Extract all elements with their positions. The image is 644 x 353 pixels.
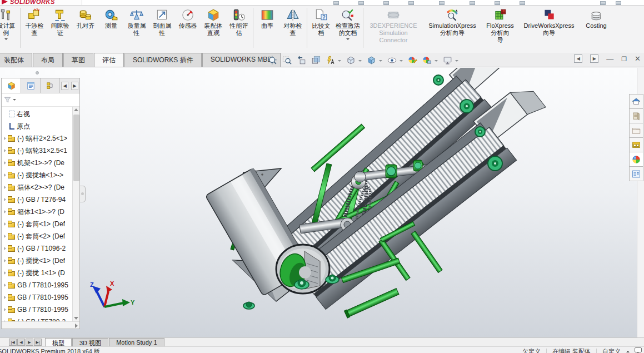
quick-access-icon[interactable] bbox=[520, 1, 525, 5]
panel-collapse-handle[interactable] bbox=[80, 186, 86, 202]
tree-item[interactable]: (-) 搅拢<1> (Def bbox=[2, 255, 79, 267]
tab-propertymanager[interactable] bbox=[21, 78, 41, 93]
tool-clearance-verification[interactable]: 间隙验 证 bbox=[47, 6, 73, 52]
tree-item[interactable]: (-) 搅拢轴<1>-> bbox=[2, 169, 79, 181]
expand-arrow-icon[interactable] bbox=[3, 222, 7, 226]
expand-arrow-icon[interactable] bbox=[3, 197, 7, 202]
dropdown-arrow-icon[interactable] bbox=[338, 60, 341, 63]
tree-item[interactable]: 机架<1>->? (De bbox=[2, 157, 79, 169]
tab-view-palette[interactable] bbox=[629, 137, 643, 152]
tree-item[interactable]: (-) 套筒<1> (Def bbox=[2, 218, 79, 230]
zoom-to-area-button[interactable] bbox=[280, 54, 293, 66]
scroll-tabs-left-icon[interactable]: ◀ bbox=[61, 82, 68, 90]
tool-3dexperience-simulation-connector[interactable]: 3DEXPERIENCE Simulation Connector bbox=[365, 6, 422, 52]
command-tab[interactable]: 评估 bbox=[94, 53, 124, 67]
dropdown-arrow-icon[interactable] bbox=[435, 60, 438, 63]
next-tab-icon[interactable] bbox=[26, 339, 33, 346]
quick-access-icon[interactable] bbox=[383, 1, 389, 5]
tool-interference-detection[interactable]: 干涉检 查 bbox=[22, 6, 47, 52]
quick-access-icon[interactable] bbox=[600, 1, 606, 5]
tool-assembly-visualization[interactable]: 装配体 直观 bbox=[201, 6, 226, 52]
scroll-up-icon[interactable] bbox=[74, 108, 78, 111]
tool-symmetry-check[interactable]: 对称检 查 bbox=[280, 6, 306, 52]
close-icon[interactable]: ✕ bbox=[635, 55, 641, 63]
tab-configurationmanager[interactable] bbox=[41, 78, 60, 93]
document-tab[interactable]: 3D 视图 bbox=[72, 338, 108, 346]
expand-arrow-icon[interactable] bbox=[3, 234, 7, 238]
minimize-icon[interactable]: — bbox=[606, 55, 613, 63]
command-tab[interactable]: SOLIDWORKS 插件 bbox=[124, 53, 202, 67]
next-document-button[interactable]: ▶ bbox=[590, 54, 598, 63]
command-tab[interactable]: 草图 bbox=[63, 53, 93, 67]
scroll-down-icon[interactable] bbox=[74, 317, 78, 320]
tool-floxpress-wizard[interactable]: FloXpress 分析向 导 bbox=[482, 6, 518, 52]
restore-icon[interactable]: ❐ bbox=[621, 55, 627, 63]
edit-appearance-button[interactable] bbox=[406, 54, 419, 66]
tree-item[interactable]: GB / T7810-1995 bbox=[2, 291, 79, 304]
tree-item[interactable]: GB / T7810-1995 bbox=[2, 279, 79, 291]
tool-measure[interactable]: 测量 bbox=[98, 6, 124, 52]
quick-access-icon[interactable] bbox=[333, 1, 339, 5]
tool-compare-documents[interactable]: 比较文 档 bbox=[308, 6, 334, 52]
tool-design-study[interactable]: 设计算 例 bbox=[0, 6, 19, 52]
expand-arrow-icon[interactable] bbox=[3, 307, 7, 312]
expand-arrow-icon[interactable] bbox=[3, 185, 7, 190]
document-tab[interactable]: Motion Study 1 bbox=[109, 338, 164, 346]
annotation-views-button[interactable] bbox=[323, 54, 337, 66]
quick-access-icon[interactable] bbox=[358, 1, 364, 5]
filter-funnel-icon[interactable] bbox=[3, 96, 12, 104]
expand-arrow-icon[interactable] bbox=[3, 161, 7, 165]
pane-splitter-handle[interactable] bbox=[36, 71, 39, 74]
tool-check-active-document[interactable]: 检查激活 的文档 bbox=[334, 6, 362, 52]
scroll-right-icon[interactable] bbox=[75, 324, 78, 328]
tool-driveworksxpress-wizard[interactable]: DriveWorksXpress 向导 bbox=[518, 6, 580, 52]
previous-document-button[interactable]: ◀ bbox=[574, 54, 582, 63]
tool-section-properties[interactable]: 剖面属 性 bbox=[149, 6, 175, 52]
tab-solidworks-resources[interactable] bbox=[629, 94, 643, 109]
tool-hole-alignment[interactable]: 孔对齐 bbox=[73, 6, 98, 52]
tab-featuremanager-design-tree[interactable] bbox=[2, 78, 21, 93]
dropdown-arrow-icon[interactable] bbox=[358, 60, 362, 63]
view-orientation-button[interactable] bbox=[344, 54, 357, 66]
tree-item[interactable]: 原点 bbox=[2, 120, 79, 132]
document-tab[interactable]: 模型 bbox=[45, 338, 72, 346]
expand-arrow-icon[interactable] bbox=[3, 173, 7, 177]
tree-item[interactable]: (-) 套筒<2> (Def bbox=[2, 230, 79, 242]
apply-scene-button[interactable] bbox=[420, 54, 433, 66]
expand-arrow-icon[interactable] bbox=[3, 258, 7, 263]
tool-simulationxpress-wizard[interactable]: SimulationXpress 分析向导 bbox=[422, 6, 482, 52]
tool-mass-properties[interactable]: 质量属 性 bbox=[124, 6, 149, 52]
tool-curvature[interactable]: 曲率 bbox=[254, 6, 280, 52]
view-settings-button[interactable] bbox=[441, 54, 454, 66]
display-style-button[interactable] bbox=[365, 54, 378, 66]
expand-arrow-icon[interactable] bbox=[3, 112, 7, 116]
tab-custom-properties[interactable] bbox=[629, 166, 643, 181]
quick-access-icon[interactable] bbox=[408, 1, 414, 5]
dropdown-arrow-icon[interactable] bbox=[346, 38, 350, 42]
tab-design-library[interactable] bbox=[629, 108, 643, 123]
dropdown-arrow-icon[interactable] bbox=[379, 60, 382, 63]
tree-item[interactable]: (-) 蜗轮31×2.5<1 bbox=[2, 145, 79, 157]
tool-performance-evaluation[interactable]: 性能评 估 bbox=[226, 6, 252, 52]
command-tab[interactable]: 布局 bbox=[33, 53, 63, 67]
graphics-area[interactable]: Z X Y ◀ ▶ bbox=[0, 68, 644, 337]
expand-arrow-icon[interactable] bbox=[3, 283, 7, 287]
expand-arrow-icon[interactable] bbox=[3, 124, 7, 128]
expand-arrow-icon[interactable] bbox=[3, 148, 7, 153]
tree-item[interactable]: 右视 bbox=[2, 108, 79, 120]
units-dropdown-arrow-icon[interactable] bbox=[626, 349, 630, 352]
quick-access-icon[interactable] bbox=[470, 1, 475, 5]
tree-horizontal-scrollbar[interactable] bbox=[2, 321, 79, 329]
tree-item[interactable]: 箱体1<1>->? (D bbox=[2, 206, 79, 218]
command-tab[interactable]: 装配体 bbox=[0, 53, 32, 67]
tree-item[interactable]: (-) GB / T1096-2 bbox=[2, 242, 79, 255]
tree-item[interactable]: GB / T7810-1995 bbox=[2, 304, 79, 316]
tree-item[interactable]: (-) GB / T276-94 bbox=[2, 193, 79, 206]
scrollbar-thumb[interactable] bbox=[73, 115, 79, 181]
dropdown-arrow-icon[interactable] bbox=[400, 60, 403, 63]
expand-arrow-icon[interactable] bbox=[3, 136, 7, 141]
expand-arrow-icon[interactable] bbox=[3, 295, 7, 300]
tree-item[interactable]: (-) 搅拢 1<1> (D bbox=[2, 267, 79, 279]
zoom-to-fit-button[interactable] bbox=[266, 54, 279, 66]
scroll-tabs-right-icon[interactable]: ▶ bbox=[71, 82, 78, 90]
